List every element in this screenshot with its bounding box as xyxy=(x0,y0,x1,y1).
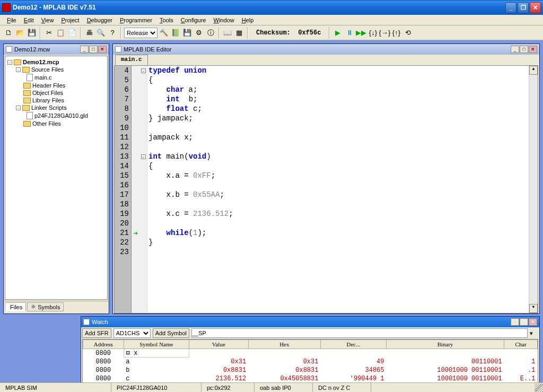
chip-icon[interactable]: ▦ xyxy=(234,28,244,38)
column-header[interactable]: Char xyxy=(504,340,538,349)
animate-icon[interactable]: ▶▶ xyxy=(356,28,366,38)
toolbar: 🗋 📂 💾 ✂ 📋 📄 🖶 🔍 ? Release 🔨 📗 💾 ⚙ ⓘ 📖 ▦ … xyxy=(0,25,543,40)
print-icon[interactable]: 🖶 xyxy=(84,28,94,38)
tree-folder[interactable]: -Linker Scripts xyxy=(7,104,105,111)
project-close-button[interactable]: ✕ xyxy=(98,46,107,53)
watch-minimize-button[interactable]: _ xyxy=(511,318,519,326)
status-pc: pc:0x292 xyxy=(202,383,255,392)
find-icon[interactable]: 🔍 xyxy=(95,28,106,38)
tree-folder[interactable]: Library Files xyxy=(7,97,105,104)
open-icon[interactable]: 📂 xyxy=(15,28,25,38)
step-into-icon[interactable]: {↓} xyxy=(367,28,378,38)
execution-marker-column: ➔ xyxy=(132,66,140,313)
tree-folder[interactable]: Object Files xyxy=(7,89,105,97)
status-flags: DC n ov Z C xyxy=(313,383,371,392)
tree-file[interactable]: main.c xyxy=(7,73,105,82)
pause-icon[interactable]: ⏸ xyxy=(344,28,355,38)
scroll-down-button[interactable]: ▼ xyxy=(529,304,538,313)
watch-row[interactable]: 0800 a0x310x3149001100011 xyxy=(83,358,538,366)
tree-root[interactable]: -Demo12.mcp xyxy=(7,58,105,66)
status-sim: MPLAB SIM xyxy=(0,383,111,392)
menu-window[interactable]: Window xyxy=(210,16,238,24)
menu-file[interactable]: File xyxy=(3,16,20,24)
editor-window-titlebar[interactable]: MPLAB IDE Editor _ □ ✕ xyxy=(113,44,539,55)
tree-folder[interactable]: Other Files xyxy=(7,120,105,127)
reset-icon[interactable]: ⟲ xyxy=(402,28,413,38)
cut-icon[interactable]: ✂ xyxy=(43,28,54,38)
status-device: PIC24FJ128GA010 xyxy=(111,383,202,392)
resize-grip[interactable] xyxy=(535,384,543,392)
build-icon[interactable]: 🔨 xyxy=(159,28,169,38)
statusbar: MPLAB SIM PIC24FJ128GA010 pc:0x292 oab s… xyxy=(0,382,543,392)
menu-help[interactable]: Help xyxy=(238,16,258,24)
close-button[interactable]: ✕ xyxy=(530,2,541,13)
menu-configure[interactable]: Configure xyxy=(177,16,210,24)
dropdown-button[interactable]: ▾ xyxy=(530,330,538,337)
code-editor[interactable]: 4567891011121314151617181920212223 ➔ -- … xyxy=(114,65,538,313)
watch-close-button[interactable]: ✕ xyxy=(529,318,537,326)
add-sfr-button[interactable]: Add SFR xyxy=(82,328,111,338)
watch-window-titlebar[interactable]: Watch _ □ ✕ xyxy=(81,317,539,327)
tab-files[interactable]: Files xyxy=(5,302,26,311)
tree-folder[interactable]: -Source Files xyxy=(7,66,105,73)
step-over-icon[interactable]: {→} xyxy=(379,28,390,38)
save-all-icon[interactable]: 💾 xyxy=(182,28,192,38)
config-select[interactable]: Release xyxy=(124,28,157,38)
copy-icon[interactable]: 📋 xyxy=(55,28,66,38)
code-text-area[interactable]: typedef union{ char a; int b; float c;} … xyxy=(147,66,529,313)
tree-folder[interactable]: Header Files xyxy=(7,82,105,89)
program-icon[interactable]: ⚙ xyxy=(194,28,204,38)
document-icon xyxy=(6,46,12,53)
column-header[interactable]: Dec... xyxy=(320,340,386,349)
add-symbol-button[interactable]: Add Symbol xyxy=(153,328,189,338)
watch-row[interactable]: 0800 b0x88310x88313486510001000 00110001… xyxy=(83,366,538,374)
paste-icon[interactable]: 📄 xyxy=(67,28,77,38)
tree-file[interactable]: p24FJ128GA010.gld xyxy=(7,111,105,120)
app-icon xyxy=(2,3,11,12)
project-tree[interactable]: -Demo12.mcp-Source Filesmain.cHeader Fil… xyxy=(5,56,108,300)
new-icon[interactable]: 🗋 xyxy=(3,28,14,38)
menu-project[interactable]: Project xyxy=(57,16,83,24)
editor-close-button[interactable]: ✕ xyxy=(529,46,537,53)
scroll-up-button[interactable]: ▲ xyxy=(529,66,538,75)
watch-maximize-button[interactable]: □ xyxy=(520,318,528,326)
maximize-button[interactable]: ❐ xyxy=(518,2,529,13)
menu-edit[interactable]: Edit xyxy=(20,16,38,24)
column-header[interactable]: Value xyxy=(189,340,248,349)
menu-debugger[interactable]: Debugger xyxy=(83,16,116,24)
column-header[interactable]: Symbol Name xyxy=(124,340,189,349)
vertical-scrollbar[interactable]: ▲ ▼ xyxy=(529,66,538,313)
symbols-icon: ⚛ xyxy=(31,303,36,310)
menu-programmer[interactable]: Programmer xyxy=(116,16,156,24)
menu-tools[interactable]: Tools xyxy=(156,16,177,24)
make-icon[interactable]: 📗 xyxy=(170,28,181,38)
project-maximize-button[interactable]: □ xyxy=(89,46,98,53)
editor-maximize-button[interactable]: □ xyxy=(520,46,528,53)
symbol-input[interactable] xyxy=(191,328,528,338)
help-icon[interactable]: ? xyxy=(107,28,118,38)
column-header[interactable]: Address xyxy=(83,340,124,349)
info-icon[interactable]: ⓘ xyxy=(205,28,216,38)
editor-minimize-button[interactable]: _ xyxy=(511,46,519,53)
tab-symbols[interactable]: ⚛ Symbols xyxy=(27,302,64,311)
sfr-select[interactable]: AD1CHS xyxy=(113,328,151,338)
window-title: Demo12 - MPLAB IDE v7.51 xyxy=(13,4,505,11)
tab-main-c[interactable]: main.c xyxy=(115,55,148,65)
watch-row[interactable]: 0800 c2136.5120x45058831'990449 11000100… xyxy=(83,374,538,383)
watch-table[interactable]: AddressSymbol NameValueHexDec...BinaryCh… xyxy=(83,339,538,383)
step-out-icon[interactable]: {↑} xyxy=(391,28,401,38)
fold-column[interactable]: -- xyxy=(140,66,147,313)
save-icon[interactable]: 💾 xyxy=(27,28,37,38)
document-icon xyxy=(83,319,90,325)
project-minimize-button[interactable]: _ xyxy=(80,46,89,53)
document-icon xyxy=(115,46,121,53)
menubar: FileEditViewProjectDebuggerProgrammerToo… xyxy=(0,15,543,25)
book-icon[interactable]: 📖 xyxy=(222,28,233,38)
project-window-titlebar[interactable]: Demo12.mcw _ □ ✕ xyxy=(4,44,109,55)
run-icon[interactable]: ▶ xyxy=(332,28,343,38)
menu-view[interactable]: View xyxy=(38,16,58,24)
watch-row[interactable]: 0800⊟ x xyxy=(83,349,538,358)
column-header[interactable]: Binary xyxy=(387,340,504,349)
column-header[interactable]: Hex xyxy=(248,340,320,349)
minimize-button[interactable]: _ xyxy=(505,2,516,13)
